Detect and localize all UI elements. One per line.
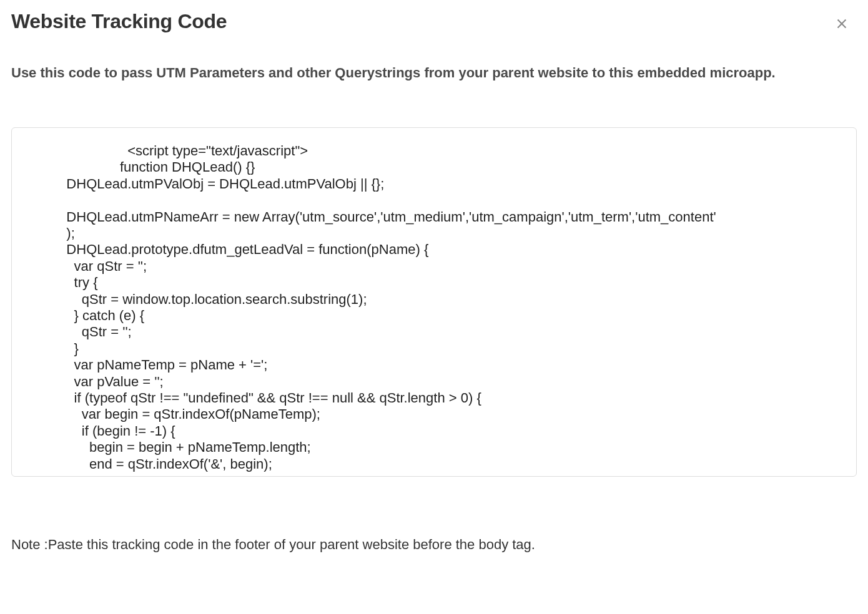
modal-title: Website Tracking Code [11,10,227,33]
footer-note: Note :Paste this tracking code in the fo… [11,537,857,553]
tracking-code-textarea[interactable]: <script type="text/javascript"> function… [11,127,857,477]
close-button[interactable] [831,12,853,35]
modal-header: Website Tracking Code [11,10,857,35]
tracking-code-modal: Website Tracking Code Use this code to p… [0,0,868,614]
close-icon [835,17,849,31]
modal-subtitle: Use this code to pass UTM Parameters and… [11,62,798,84]
